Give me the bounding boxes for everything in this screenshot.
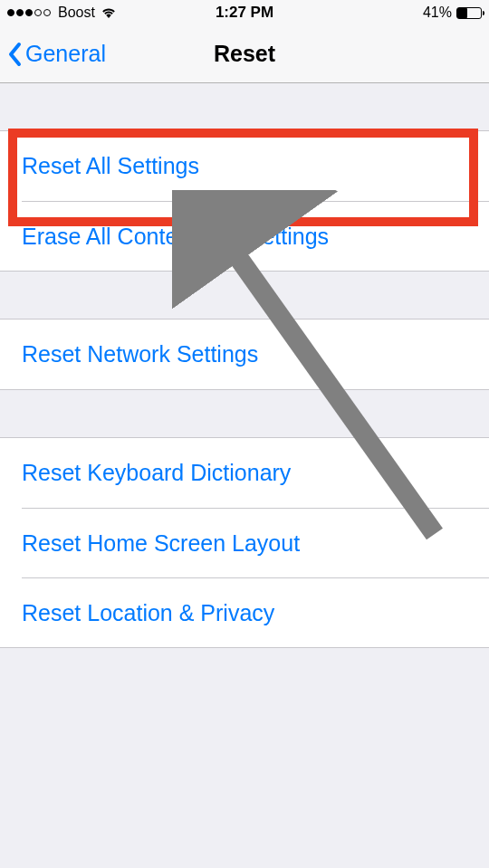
battery-percentage: 41% [423, 5, 452, 21]
battery-icon [456, 7, 482, 19]
row-label: Reset All Settings [22, 153, 199, 179]
clock: 1:27 PM [216, 4, 273, 22]
wifi-icon [101, 6, 117, 19]
battery-fill [457, 8, 467, 18]
row-erase-all-content[interactable]: Erase All Content and Settings [22, 201, 489, 271]
row-reset-network[interactable]: Reset Network Settings [0, 320, 489, 389]
row-label: Erase All Content and Settings [22, 224, 329, 250]
settings-group: Reset Keyboard Dictionary Reset Home Scr… [0, 437, 489, 648]
row-label: Reset Home Screen Layout [22, 530, 300, 557]
row-label: Reset Location & Privacy [22, 600, 274, 626]
row-reset-all-settings[interactable]: Reset All Settings [0, 131, 489, 201]
navigation-bar: General Reset [0, 25, 489, 83]
row-reset-keyboard-dictionary[interactable]: Reset Keyboard Dictionary [0, 438, 489, 508]
row-reset-home-screen[interactable]: Reset Home Screen Layout [22, 508, 489, 577]
row-reset-location-privacy[interactable]: Reset Location & Privacy [22, 577, 489, 647]
status-right: 41% [423, 5, 482, 21]
signal-strength-icon [7, 9, 51, 16]
back-button[interactable]: General [7, 41, 106, 67]
settings-group: Reset Network Settings [0, 319, 489, 390]
status-bar: Boost 1:27 PM 41% [0, 0, 489, 25]
status-left: Boost [7, 5, 117, 21]
chevron-left-icon [7, 42, 22, 67]
carrier-label: Boost [58, 5, 95, 21]
row-label: Reset Network Settings [22, 341, 258, 367]
row-label: Reset Keyboard Dictionary [22, 460, 291, 486]
settings-group: Reset All Settings Erase All Content and… [0, 130, 489, 272]
page-title: Reset [214, 41, 275, 67]
back-label: General [25, 41, 106, 67]
